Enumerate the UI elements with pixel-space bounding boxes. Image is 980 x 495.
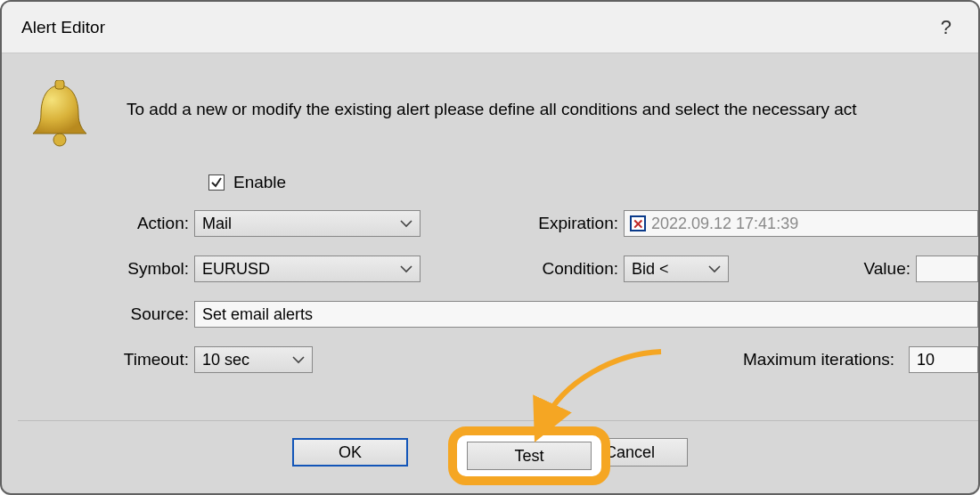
chevron-down-icon — [708, 264, 721, 273]
source-value: Set email alerts — [202, 305, 313, 324]
svg-point-1 — [53, 134, 66, 146]
help-button[interactable]: ? — [934, 12, 959, 43]
test-label: Test — [514, 447, 543, 466]
expiration-label: Expiration: — [510, 214, 624, 233]
source-label: Source: — [2, 304, 194, 324]
maxiter-value: 10 — [917, 351, 935, 369]
titlebar: Alert Editor ? — [2, 2, 978, 53]
source-input[interactable]: Set email alerts — [194, 301, 978, 328]
timeout-combo[interactable]: 10 sec — [194, 346, 313, 373]
window-title: Alert Editor — [21, 18, 105, 37]
action-combo[interactable]: Mail — [194, 210, 421, 237]
alert-editor-window: Alert Editor ? To add a new or modify th… — [0, 0, 980, 495]
enable-label: Enable — [233, 173, 286, 192]
highlight-ring: Test — [448, 426, 610, 485]
chevron-down-icon — [400, 219, 412, 228]
ok-label: OK — [339, 443, 362, 462]
maxiter-input[interactable]: 10 — [909, 346, 978, 373]
condition-combo[interactable]: Bid < — [624, 256, 729, 282]
symbol-combo[interactable]: EURUSD — [194, 256, 421, 282]
value-label: Value: — [834, 259, 916, 279]
maxiter-label: Maximum iterations: — [743, 350, 900, 369]
chevron-down-icon — [400, 264, 412, 273]
timeout-value: 10 sec — [202, 351, 249, 369]
symbol-label: Symbol: — [2, 259, 194, 279]
bell-icon — [29, 80, 91, 155]
expiration-field[interactable]: ✕ 2022.09.12 17:41:39 — [624, 210, 978, 237]
timeout-label: Timeout: — [2, 350, 194, 369]
ok-button[interactable]: OK — [292, 438, 408, 467]
action-label: Action: — [2, 214, 194, 233]
symbol-value: EURUSD — [202, 260, 270, 279]
action-value: Mail — [202, 215, 232, 233]
enable-checkbox[interactable] — [208, 174, 225, 191]
description-text: To add a new or modify the existing aler… — [127, 100, 857, 119]
cancel-label: Cancel — [605, 443, 655, 462]
condition-value: Bid < — [632, 260, 669, 279]
x-icon: ✕ — [633, 217, 644, 231]
value-input[interactable] — [916, 256, 978, 282]
check-icon — [210, 176, 223, 189]
divider — [18, 420, 978, 421]
condition-label: Condition: — [510, 259, 624, 279]
svg-rect-0 — [55, 80, 64, 89]
test-button[interactable]: Test — [467, 442, 592, 470]
form-area: Enable Action: Mail Expiration: ✕ 2022.0… — [2, 173, 978, 391]
expiration-disable-checkbox[interactable]: ✕ — [630, 215, 646, 231]
chevron-down-icon — [292, 355, 305, 364]
expiration-value: 2022.09.12 17:41:39 — [651, 215, 798, 233]
enable-row: Enable — [208, 173, 978, 192]
